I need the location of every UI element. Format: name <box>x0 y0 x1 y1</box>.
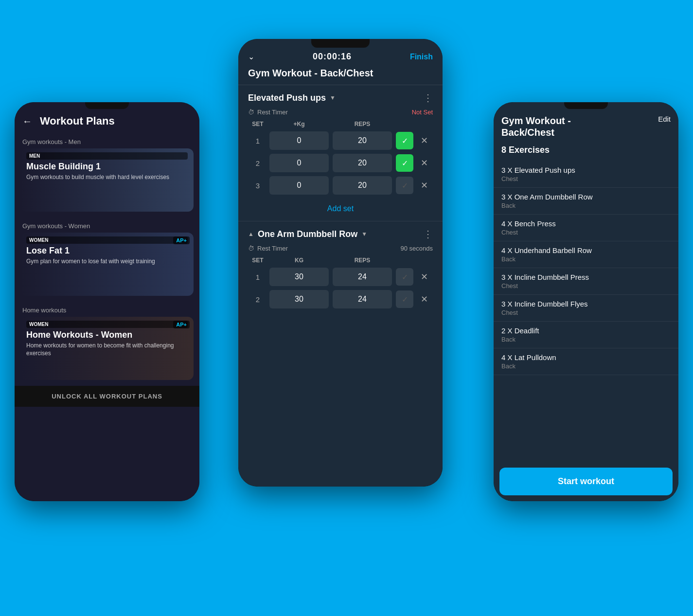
set-2-kg[interactable]: 0 <box>269 154 329 172</box>
ex2-set-2-delete[interactable]: ✕ <box>415 294 433 305</box>
exercise-2-header: ▲ One Arm Dumbbell Row ▼ ⋮ <box>248 228 433 240</box>
list-item[interactable]: 3 X Incline Dumbbell Flyes Chest <box>494 295 678 322</box>
women-ap-badge: AP+ <box>173 236 190 244</box>
left-content: Gym workouts - Men MEN Muscle Building 1… <box>15 133 199 501</box>
ex2-set-2-num: 2 <box>248 295 267 304</box>
list-item[interactable]: 4 X Bench Press Chest <box>494 215 678 241</box>
set-1-reps[interactable]: 20 <box>333 131 392 150</box>
list-item-name: 4 X Bench Press <box>501 219 671 228</box>
home-badge: WOMEN <box>26 321 188 328</box>
section-men-label: Gym workouts - Men <box>15 133 199 148</box>
left-phone: ← Workout Plans Gym workouts - Men MEN M… <box>15 102 199 501</box>
list-item-name: 4 X Underhand Barbell Row <box>501 246 671 254</box>
set-1-kg[interactable]: 0 <box>269 131 329 150</box>
list-item[interactable]: 3 X Elevated Push ups Chest <box>494 161 678 188</box>
left-header: ← Workout Plans <box>15 109 199 133</box>
list-item[interactable]: 3 X One Arm Dumbbell Row Back <box>494 188 678 215</box>
set-2-check[interactable]: ✓ <box>396 154 413 172</box>
exercise-1-set-3: 3 0 20 ✓ ✕ <box>248 176 433 195</box>
exercise-2-expand-icon[interactable]: ▼ <box>361 231 367 237</box>
exercise-1-set-2: 2 0 20 ✓ ✕ <box>248 154 433 172</box>
workout-timer: 00:00:16 <box>313 52 352 62</box>
women-card-content: WOMEN Lose Fat 1 Gym plan for women to l… <box>20 233 194 296</box>
ex2-set-1-reps[interactable]: 24 <box>333 268 392 286</box>
rest-timer-left-2: ⏱ Rest Timer <box>248 245 288 252</box>
start-workout-button[interactable]: Start workout <box>499 468 673 495</box>
list-item-muscle: Back <box>501 255 671 263</box>
list-item-muscle: Chest <box>501 309 671 316</box>
exercise-2-title: One Arm Dumbbell Row <box>258 229 357 239</box>
unlock-bar[interactable]: UNLOCK ALL WORKOUT PLANS <box>15 386 199 407</box>
men-card-desc: Gym workouts to build muscle with hard l… <box>26 174 188 181</box>
sets-header-1: SET +Kg REPS <box>248 119 433 131</box>
rest-not-set-value[interactable]: Not Set <box>412 109 433 116</box>
home-card[interactable]: WOMEN Home Workouts - Women Home workout… <box>20 317 194 380</box>
ex2-check-icon-1: ✓ <box>402 272 408 282</box>
women-card-desc: Gym plan for women to lose fat with weig… <box>26 258 188 266</box>
exercise-2-set-1: 1 30 24 ✓ ✕ <box>248 268 433 286</box>
set-3-kg[interactable]: 0 <box>269 176 329 195</box>
check-icon-2: ✓ <box>402 159 408 168</box>
set-3-delete[interactable]: ✕ <box>415 180 433 191</box>
status-bar: ⌄ 00:00:16 Finish <box>238 48 443 64</box>
exercise-1-menu-icon[interactable]: ⋮ <box>423 92 433 104</box>
list-item-name: 3 X Elevated Push ups <box>501 166 671 174</box>
exercise-1-expand-icon[interactable]: ▼ <box>330 94 336 101</box>
exercise-1-section: Elevated Push ups ▼ ⋮ ⏱ Rest Timer Not S… <box>238 85 443 221</box>
ex2-set-1-check[interactable]: ✓ <box>396 268 413 286</box>
ex2-set-1-delete[interactable]: ✕ <box>415 272 433 282</box>
section-home-label: Home workouts <box>15 302 199 317</box>
center-workout-title: Gym Workout - Back/Chest <box>248 68 433 79</box>
exercise-2-set-2: 2 30 24 ✓ ✕ <box>248 290 433 308</box>
exercise-1-rest-row: ⏱ Rest Timer Not Set <box>248 106 433 119</box>
ex2-set-2-reps[interactable]: 24 <box>333 290 392 308</box>
chevron-down-icon[interactable]: ⌄ <box>248 52 254 61</box>
exercise-1-title: Elevated Push ups <box>248 93 326 103</box>
home-card-title: Home Workouts - Women <box>26 330 188 340</box>
list-item-muscle: Back <box>501 362 671 370</box>
finish-button[interactable]: Finish <box>410 53 433 61</box>
set-1-check[interactable]: ✓ <box>396 132 413 149</box>
col-reps-label-2: REPS <box>331 257 394 264</box>
home-ap-badge: AP+ <box>173 321 190 328</box>
set-3-reps[interactable]: 20 <box>333 176 392 195</box>
ex2-set-2-check[interactable]: ✓ <box>396 290 413 308</box>
men-card[interactable]: MEN Muscle Building 1 Gym workouts to bu… <box>20 148 194 212</box>
right-notch <box>564 102 608 109</box>
back-icon[interactable]: ← <box>22 116 32 127</box>
list-item[interactable]: 2 X Deadlift Back <box>494 322 678 348</box>
rest-seconds-value[interactable]: 90 seconds <box>401 245 433 252</box>
exercise-2-menu-icon[interactable]: ⋮ <box>423 228 433 240</box>
list-item-name: 3 X Incline Dumbbell Flyes <box>501 300 671 308</box>
list-item[interactable]: 3 X Incline Dumbbell Press Chest <box>494 268 678 295</box>
exercises-count: 8 Exercises <box>494 143 678 161</box>
col-set-label: SET <box>248 121 267 127</box>
col-kg-label: +Kg <box>267 121 331 127</box>
men-card-title: Muscle Building 1 <box>26 162 188 172</box>
add-set-btn-1[interactable]: Add set <box>248 199 433 221</box>
set-1-delete[interactable]: ✕ <box>415 135 433 146</box>
left-notch <box>85 102 129 109</box>
set-2-delete[interactable]: ✕ <box>415 158 433 168</box>
workout-title-bar: Gym Workout - Back/Chest <box>238 64 443 85</box>
page-title: Workout Plans <box>40 115 115 127</box>
rest-timer-label: Rest Timer <box>257 109 288 116</box>
home-card-content: WOMEN Home Workouts - Women Home workout… <box>20 317 194 380</box>
home-card-desc: Home workouts for women to become fit wi… <box>26 342 188 357</box>
ex2-set-2-kg[interactable]: 30 <box>269 290 329 308</box>
set-3-check[interactable]: ✓ <box>396 177 413 194</box>
ex2-set-1-kg[interactable]: 30 <box>269 268 329 286</box>
list-item-name: 3 X Incline Dumbbell Press <box>501 273 671 281</box>
list-item[interactable]: 4 X Lat Pulldown Back <box>494 348 678 375</box>
timer-icon: ⏱ <box>248 109 254 116</box>
center-content: Elevated Push ups ▼ ⋮ ⏱ Rest Timer Not S… <box>238 85 443 487</box>
men-badge: MEN <box>26 152 188 160</box>
edit-button[interactable]: Edit <box>658 115 671 123</box>
exercise-1-header: Elevated Push ups ▼ ⋮ <box>248 92 433 104</box>
exercise-2-collapse-icon[interactable]: ▲ <box>248 231 254 237</box>
list-item[interactable]: 4 X Underhand Barbell Row Back <box>494 241 678 268</box>
set-2-reps[interactable]: 20 <box>333 154 392 172</box>
ex2-check-icon-2: ✓ <box>402 295 408 304</box>
women-card[interactable]: WOMEN Lose Fat 1 Gym plan for women to l… <box>20 233 194 296</box>
list-item-name: 2 X Deadlift <box>501 326 671 335</box>
